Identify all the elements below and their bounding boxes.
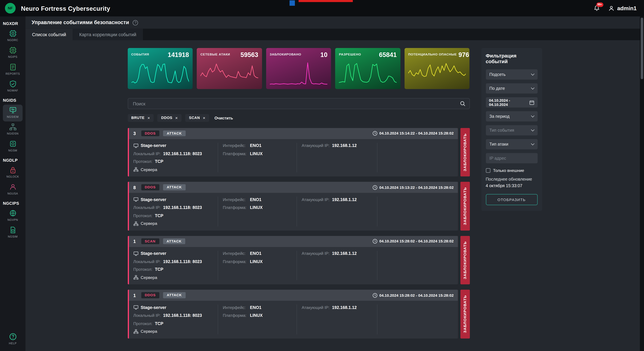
sidebar-item-nglock[interactable]: NGLOCK bbox=[0, 165, 26, 181]
sidebar-item-ngidsn[interactable]: NGIDSN bbox=[0, 121, 26, 138]
tab-correlation-map[interactable]: Карта корреляции событий bbox=[72, 29, 143, 40]
stat-sparkline bbox=[131, 60, 189, 86]
sidebar-item-ngsim[interactable]: NGSIM bbox=[0, 225, 26, 241]
tabs: Список событий Карта корреляции событий bbox=[26, 29, 644, 40]
field-value: TCP bbox=[155, 267, 163, 272]
by-date-select[interactable]: По дате bbox=[486, 83, 538, 93]
clear-filters-button[interactable]: Очистить bbox=[214, 116, 233, 120]
sidebar-item-reports[interactable]: REPORTS bbox=[0, 61, 26, 78]
stat-sparkline bbox=[339, 60, 397, 86]
sidebar-item-label: NGWAF bbox=[7, 89, 18, 92]
select-value: Тип атаки bbox=[489, 142, 508, 146]
field-label: Платформа: bbox=[223, 259, 248, 264]
server-icon bbox=[133, 197, 138, 202]
user-menu[interactable]: admin1 bbox=[608, 5, 636, 11]
attack-type-select[interactable]: Тип атаки bbox=[486, 139, 538, 149]
notification-badge: 99+ bbox=[596, 2, 603, 7]
servers-link[interactable]: Сервера bbox=[141, 221, 157, 226]
remove-chip-icon[interactable]: × bbox=[175, 116, 178, 120]
field-label: Платформа: bbox=[223, 151, 248, 156]
block-button-label: ЗАБЛОКИРОВАТЬ bbox=[463, 295, 467, 333]
stat-label: ЗАБЛОКИРОВАНО bbox=[270, 51, 301, 56]
sidebar-item-label: REPORTS bbox=[6, 72, 20, 75]
search-input[interactable] bbox=[132, 101, 456, 106]
event-time-text: 04.10.2024 15:28:02 - 04.10.2024 15:28:0… bbox=[379, 293, 454, 297]
date-range-field[interactable]: 04.10.2024 - 04.10.2024 bbox=[486, 97, 538, 107]
last-update-label: Последнее обновление bbox=[486, 177, 538, 181]
external-only-checkbox[interactable]: Только внешние bbox=[486, 168, 538, 173]
stat-card-network-attacks: СЕТЕВЫЕ АТАКИ59563 bbox=[197, 48, 262, 89]
scrollbar-thumb[interactable] bbox=[641, 17, 643, 79]
sidebar-item-ngvpn[interactable]: NGVPN bbox=[0, 208, 26, 224]
sidebar-item-ngsiem[interactable]: NGSIEM bbox=[3, 104, 23, 121]
event-card-main[interactable]: 3 DDOS ATTACK 04.10.2024 15:14:22 - 04.1… bbox=[128, 128, 458, 176]
field-label: Локальный IP: bbox=[133, 151, 161, 156]
filter-chip-scan[interactable]: SCAN × bbox=[185, 114, 209, 122]
sidebar-item-label: NGIDSN bbox=[7, 132, 18, 135]
period-select[interactable]: За период bbox=[486, 111, 538, 121]
sidebar-item-label: NGLOCK bbox=[6, 175, 19, 178]
page-help-icon[interactable]: ? bbox=[133, 20, 138, 25]
servers-link[interactable]: Сервера bbox=[141, 329, 157, 334]
stat-label: СОБЫТИЯ bbox=[131, 51, 149, 56]
remove-chip-icon[interactable]: × bbox=[148, 116, 150, 120]
sidebar-item-label: NGDRC bbox=[8, 38, 18, 41]
checkbox-box[interactable] bbox=[486, 168, 490, 173]
chevron-down-icon bbox=[531, 114, 534, 117]
chevron-down-icon bbox=[531, 72, 534, 75]
sidebar-item-ngdrc[interactable]: NGDRC bbox=[0, 28, 26, 45]
sidebar-item-ngwaf[interactable]: NGWAF bbox=[0, 78, 26, 95]
app-logo[interactable]: NF bbox=[5, 3, 16, 13]
calendar-icon[interactable] bbox=[529, 100, 534, 105]
sidebar-item-help[interactable]: HELP bbox=[0, 331, 26, 348]
stat-card-blocked: ЗАБЛОКИРОВАНО10 bbox=[266, 48, 331, 89]
event-card-main[interactable]: 1 DDOS ATTACK 04.10.2024 15:28:02 - 04.1… bbox=[128, 290, 458, 338]
field-value: ENO1 bbox=[250, 197, 262, 202]
stat-label: СЕТЕВЫЕ АТАКИ bbox=[200, 51, 230, 56]
tab-events-list[interactable]: Список событий bbox=[26, 29, 72, 40]
filter-chip-ddos[interactable]: DDOS × bbox=[158, 114, 182, 122]
stat-label: ПОТЕНЦИАЛЬНО ОПАСНЫЕ bbox=[408, 51, 457, 56]
block-button[interactable]: ЗАБЛОКИРОВАТЬ bbox=[460, 182, 470, 230]
sidebar-item-ngips[interactable]: NGIPS bbox=[0, 45, 26, 61]
event-card-main[interactable]: 8 DDOS ATTACK 04.10.2024 15:13:22 - 04.1… bbox=[128, 182, 458, 230]
event-attack-badge: ATTACK bbox=[163, 130, 186, 136]
ngdrc-icon bbox=[9, 29, 17, 37]
stat-value: 65841 bbox=[379, 51, 397, 59]
scrollbar[interactable] bbox=[640, 16, 644, 351]
event-attack-badge: ATTACK bbox=[163, 238, 185, 244]
field-value: LINUX bbox=[250, 259, 263, 264]
field-label: Платформа: bbox=[223, 313, 248, 318]
ip-address-input[interactable] bbox=[486, 153, 538, 163]
event-card-main[interactable]: 1 SCAN ATTACK 04.10.2024 15:28:02 - 04.1… bbox=[128, 236, 458, 284]
block-button[interactable]: ЗАБЛОКИРОВАТЬ bbox=[460, 236, 470, 284]
clock-icon bbox=[372, 185, 377, 190]
filter-panel-title: Фильтрация событий bbox=[486, 53, 538, 64]
notifications-button[interactable]: 99+ bbox=[593, 5, 600, 11]
search-icon[interactable] bbox=[460, 101, 465, 106]
question-glyph: ? bbox=[134, 20, 136, 24]
servers-link[interactable]: Сервера bbox=[141, 275, 157, 280]
filter-chip-brute[interactable]: BRUTE × bbox=[128, 114, 154, 122]
field-label: Интерфейс: bbox=[223, 305, 248, 310]
stat-sparkline bbox=[200, 60, 258, 86]
sidebar-item-ngsm[interactable]: NGSM bbox=[0, 138, 26, 155]
remove-chip-icon[interactable]: × bbox=[203, 116, 206, 120]
servers-link[interactable]: Сервера bbox=[141, 167, 157, 172]
server-icon bbox=[133, 251, 138, 256]
field-label: Атакующий IP: bbox=[302, 305, 330, 310]
show-button[interactable]: ОТОБРАЗИТЬ bbox=[486, 194, 538, 205]
sidebar-item-ngusa[interactable]: NGUSA bbox=[0, 181, 26, 198]
event-type-badge: SCAN bbox=[141, 238, 159, 244]
field-label: Протокол: bbox=[133, 267, 152, 272]
block-button[interactable]: ЗАБЛОКИРОВАТЬ bbox=[460, 290, 470, 338]
brand: NF Neuro Fortress Cybersecurity bbox=[5, 3, 110, 13]
block-button-label: ЗАБЛОКИРОВАТЬ bbox=[463, 187, 467, 225]
block-button[interactable]: ЗАБЛОКИРОВАТЬ bbox=[460, 128, 470, 176]
sidebar-section-ngxdr: NGXDR bbox=[0, 18, 26, 28]
event-type-select[interactable]: Тип события bbox=[486, 125, 538, 135]
subnet-select[interactable]: Подсеть bbox=[486, 69, 538, 80]
top-bar: NF Neuro Fortress Cybersecurity 99+ admi… bbox=[0, 0, 644, 16]
field-value: 192.168.1.118: 8023 bbox=[163, 313, 202, 318]
servers-icon bbox=[133, 221, 138, 226]
